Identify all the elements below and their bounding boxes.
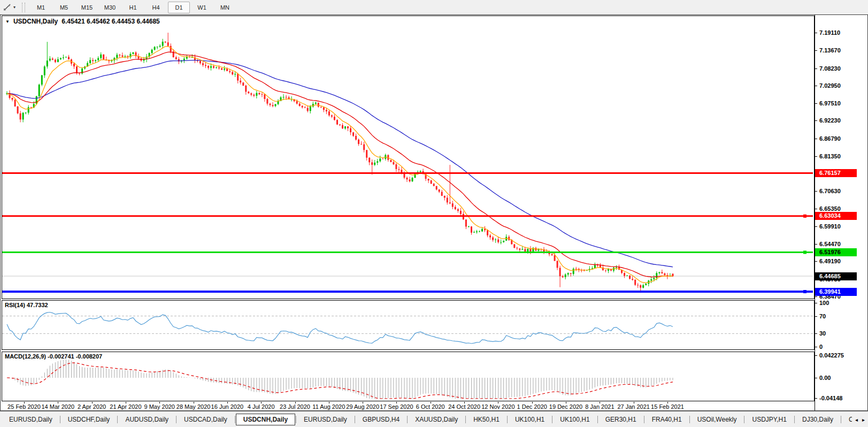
top-toolbar: ▾ M1M5M15M30H1H4D1W1MN (0, 0, 868, 14)
ma-line-fast (7, 47, 673, 283)
timeframe-m5[interactable]: M5 (53, 2, 75, 13)
date-label: 27 Jan 2021 (617, 403, 650, 410)
rsi-scale-label: 30 (819, 330, 826, 337)
tab-eurusd-daily[interactable]: EURUSD,Daily (297, 414, 354, 425)
rsi-line (7, 312, 673, 344)
price-tick-label: 6.49190 (819, 257, 841, 265)
level-line-handle[interactable] (803, 251, 806, 254)
chart-ohlc-values: 6.45421 6.45462 6.44453 6.44685 (62, 18, 160, 25)
ma-line-medium (7, 52, 673, 277)
price-tick-label: 6.54470 (819, 240, 841, 248)
level-line-handle[interactable] (803, 290, 806, 293)
tab-separator (465, 416, 466, 423)
date-label: 17 Sep 2020 (380, 403, 413, 410)
timeframe-w1[interactable]: W1 (191, 2, 213, 13)
price-tick-label: 6.97510 (819, 100, 841, 107)
rsi-scale-dash (815, 303, 817, 303)
date-label: 12 Nov 2020 (481, 403, 514, 410)
tab-eurusd-daily[interactable]: EURUSD,Daily (2, 414, 59, 425)
date-label: 8 Jan 2021 (585, 403, 614, 410)
date-label: 16 Jun 2020 (211, 403, 244, 410)
price-tick-dash (815, 139, 817, 139)
date-label: 1 Dec 2020 (517, 403, 547, 410)
price-tick-label: 6.92230 (819, 117, 841, 124)
timeframe-mn[interactable]: MN (214, 2, 236, 13)
macd-panel[interactable]: MACD(12,26,9) -0.002741 -0.008207 (2, 352, 815, 401)
timeframe-h1[interactable]: H1 (122, 2, 144, 13)
price-axis[interactable]: 7.191107.136707.082307.029506.975106.922… (815, 15, 867, 410)
candlestick-series (6, 33, 674, 293)
tab-separator (689, 416, 690, 423)
tab-separator (296, 416, 296, 423)
toolbar-grip[interactable] (22, 3, 25, 12)
price-marker[interactable]: 6.51976 (815, 248, 857, 256)
tab-separator (644, 416, 644, 423)
candlestick-chart (2, 16, 813, 298)
tab-separator (794, 416, 795, 423)
tabs-scroll-left-icon[interactable]: ◂ (855, 417, 858, 423)
date-label: 4 Jul 2020 (248, 403, 275, 410)
pointer-tool-group: ▾ (0, 3, 16, 12)
price-tick-label: 6.86790 (819, 135, 841, 142)
date-label: 11 Aug 2020 (312, 403, 345, 410)
tab-usdcad-daily[interactable]: USDCAD,Daily (177, 414, 234, 425)
rsi-scale-dash (815, 347, 817, 347)
tab-usdchf-daily[interactable]: USDCHF,Daily (61, 414, 117, 425)
tabs-scroll-arrows: ◂ ▸ (853, 411, 867, 427)
price-marker[interactable]: 6.63034 (815, 212, 857, 220)
price-tick-dash (815, 120, 817, 121)
tab-ger30-h1[interactable]: GER30,H1 (598, 414, 643, 425)
timeframe-m1[interactable]: M1 (30, 2, 52, 13)
tab-uk100-h1[interactable]: UK100,H1 (508, 414, 551, 425)
price-marker[interactable]: 6.76157 (815, 169, 857, 177)
timeframe-d1[interactable]: D1 (168, 2, 190, 13)
rsi-scale-dash (815, 316, 817, 317)
tab-hk50-h1[interactable]: HK50,H1 (466, 414, 506, 425)
main-chart-panel[interactable]: ▼ USDCNH,Daily 6.45421 6.45462 6.44453 6… (2, 16, 815, 299)
tab-usdcnh-daily[interactable]: USDCNH,Daily (236, 414, 295, 425)
price-tick-label: 7.02950 (819, 82, 841, 89)
tab-dj30-daily[interactable]: DJ30,Daily (795, 414, 840, 425)
pointer-tool-dropdown-icon[interactable]: ▾ (13, 5, 16, 10)
pointer-tool-icon[interactable] (3, 3, 12, 12)
price-tick-dash (815, 33, 817, 33)
rsi-scale-label: 70 (819, 312, 826, 320)
tab-usoil-weekly[interactable]: USOil,Weekly (690, 414, 744, 425)
date-label: 23 Jul 2020 (280, 403, 310, 410)
price-tick-dash (815, 296, 817, 297)
date-axis[interactable]: 25 Feb 202014 Mar 20202 Apr 202021 Apr 2… (2, 402, 815, 410)
timeframe-m30[interactable]: M30 (99, 2, 121, 13)
tab-separator (597, 416, 598, 423)
tab-separator (60, 416, 60, 423)
symbol-collapse-icon[interactable]: ▼ (5, 19, 10, 24)
tab-separator (744, 416, 744, 423)
price-tick-label: 6.70630 (819, 187, 841, 195)
tab-fra40-h1[interactable]: FRA40,H1 (645, 414, 689, 425)
tab-china300-h1[interactable]: CHINA300,H1 (842, 414, 852, 425)
tab-audusd-daily[interactable]: AUDUSD,Daily (118, 414, 175, 425)
timeframe-h4[interactable]: H4 (145, 2, 167, 13)
tabs-scroll-right-icon[interactable]: ▸ (862, 417, 865, 423)
price-tick-dash (815, 68, 817, 69)
level-line-handle[interactable] (803, 215, 806, 218)
date-label: 2 Apr 2020 (78, 403, 106, 410)
chart-symbol-label: USDCNH,Daily (13, 18, 58, 25)
macd-chart (2, 352, 813, 400)
tab-xauusd-daily[interactable]: XAUUSD,Daily (408, 414, 465, 425)
price-tick-dash (815, 226, 817, 227)
price-tick-label: 6.59910 (819, 223, 841, 230)
macd-scale-label: 0.042275 (819, 352, 844, 359)
price-marker: 6.44685 (815, 272, 857, 280)
rsi-panel[interactable]: RSI(14) 47.7332 (2, 300, 815, 350)
tab-gbpusd-h4[interactable]: GBPUSD,H4 (356, 414, 406, 425)
price-marker[interactable]: 6.39941 (815, 288, 857, 296)
price-tick-label: 6.65350 (819, 205, 841, 212)
rsi-scale-label: 100 (819, 299, 829, 307)
tab-separator (841, 416, 841, 423)
tab-usdjpy-h1[interactable]: USDJPY,H1 (745, 414, 793, 425)
chart-window: ▼ USDCNH,Daily 6.45421 6.45462 6.44453 6… (0, 14, 868, 411)
tab-uk100-h1[interactable]: UK100,H1 (553, 414, 596, 425)
rsi-scale-dash (815, 333, 817, 334)
date-label: 6 Oct 2020 (416, 403, 445, 410)
timeframe-m15[interactable]: M15 (76, 2, 98, 13)
